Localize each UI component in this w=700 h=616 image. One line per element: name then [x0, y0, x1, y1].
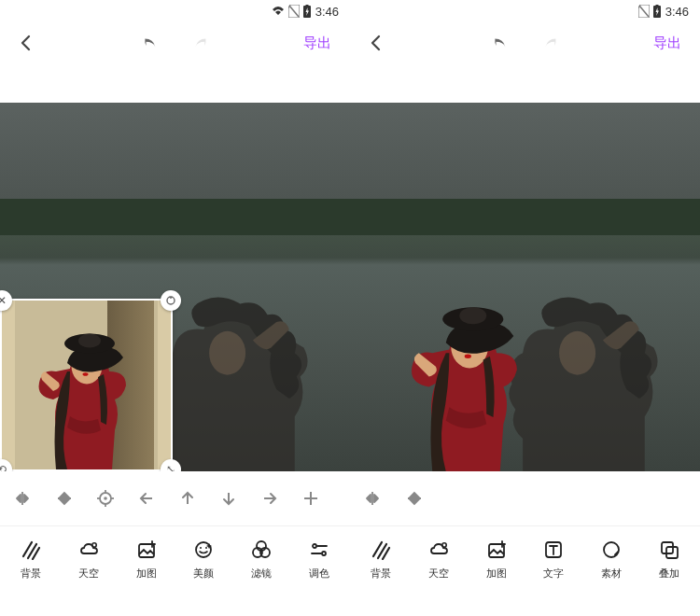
overlay-handle-edit[interactable]	[161, 290, 181, 311]
clock: 3:46	[315, 5, 339, 19]
overlay-person[interactable]	[399, 285, 534, 471]
tool-label: 文字	[543, 567, 564, 581]
top-nav: 导出	[0, 22, 350, 63]
text-icon	[541, 538, 566, 562]
back-button[interactable]	[9, 26, 43, 60]
tool-label: 加图	[486, 567, 507, 581]
export-button[interactable]: 导出	[644, 29, 691, 58]
battery-charging-icon	[653, 5, 662, 19]
sticker-icon	[599, 538, 623, 562]
back-button[interactable]	[359, 26, 393, 60]
tool-sky[interactable]: 天空	[411, 538, 467, 581]
tool-label: 调色	[309, 567, 329, 581]
flip-horizontal-button[interactable]	[9, 484, 37, 512]
status-bar: 3:46	[350, 0, 700, 22]
tool-text[interactable]: 文字	[525, 538, 581, 581]
tool-add-image[interactable]: 加图	[119, 538, 175, 581]
top-nav: 导出	[350, 22, 700, 63]
bottom-toolbar: 背景 天空 加图 文字 素材 叠加	[350, 525, 700, 593]
tool-sky[interactable]: 天空	[61, 538, 117, 581]
tool-label: 素材	[601, 567, 622, 581]
status-bar: 3:46	[0, 0, 350, 22]
no-sim-icon	[288, 5, 300, 18]
flip-vertical-button[interactable]	[50, 484, 78, 512]
tool-background[interactable]: 背景	[3, 538, 59, 581]
undo-icon	[141, 35, 160, 51]
bottom-toolbar: 背景 天空 加图 美颜 滤镜 调色	[0, 525, 350, 593]
tool-sticker[interactable]: 素材	[583, 538, 639, 581]
tool-add-image[interactable]: 加图	[469, 538, 525, 581]
flip-vertical-button[interactable]	[400, 484, 428, 512]
tool-label: 天空	[78, 567, 99, 581]
beauty-icon	[191, 538, 216, 562]
tool-label: 背景	[21, 567, 41, 581]
add-image-icon	[134, 538, 159, 562]
sky-icon	[427, 538, 451, 562]
svg-rect-44	[170, 297, 171, 299]
add-image-icon	[484, 538, 509, 562]
transform-toolbar	[350, 471, 700, 525]
tool-label: 加图	[136, 567, 157, 581]
canvas-area[interactable]	[350, 103, 700, 471]
export-button[interactable]: 导出	[294, 29, 341, 58]
tool-color-adjust[interactable]: 调色	[291, 538, 347, 581]
canvas-area[interactable]: ✕ ⟲ ⤡	[0, 103, 350, 471]
overlay-handle-rotate[interactable]: ⟲	[0, 459, 12, 471]
tool-label: 滤镜	[251, 567, 272, 581]
chevron-left-icon	[367, 34, 385, 52]
tool-overlay[interactable]: 叠加	[641, 538, 697, 581]
background-icon	[19, 538, 43, 562]
undo-icon	[491, 35, 510, 51]
tool-filter[interactable]: 滤镜	[233, 538, 289, 581]
flip-horizontal-button[interactable]	[359, 484, 387, 512]
tool-label: 背景	[371, 567, 391, 581]
clock: 3:46	[665, 5, 689, 19]
undo-button[interactable]	[483, 26, 517, 60]
background-icon	[369, 538, 393, 562]
redo-icon	[541, 35, 560, 51]
nudge-up-button[interactable]	[174, 484, 202, 512]
overlay-layer-frame[interactable]: ✕ ⟲ ⤡	[0, 299, 173, 471]
wifi-icon	[272, 6, 285, 17]
redo-button[interactable]	[534, 26, 567, 60]
tool-label: 美颜	[193, 567, 214, 581]
redo-button[interactable]	[184, 26, 217, 60]
tool-label: 叠加	[659, 567, 679, 581]
color-adjust-icon	[307, 538, 331, 562]
undo-button[interactable]	[133, 26, 167, 60]
no-sim-icon	[638, 5, 650, 18]
center-button[interactable]	[91, 484, 119, 512]
filter-icon	[249, 538, 273, 562]
nudge-right-button[interactable]	[256, 484, 284, 512]
battery-charging-icon	[303, 5, 312, 19]
zoom-in-button[interactable]	[297, 484, 325, 512]
nudge-left-button[interactable]	[133, 484, 161, 512]
redo-icon	[191, 35, 210, 51]
sky-icon	[77, 538, 101, 562]
transform-toolbar	[0, 471, 350, 525]
tool-beauty[interactable]: 美颜	[175, 538, 231, 581]
tool-background[interactable]: 背景	[353, 538, 409, 581]
tool-label: 天空	[428, 567, 449, 581]
nudge-down-button[interactable]	[215, 484, 243, 512]
chevron-left-icon	[17, 34, 35, 52]
overlay-icon	[657, 538, 681, 562]
overlay-person[interactable]	[28, 306, 140, 469]
